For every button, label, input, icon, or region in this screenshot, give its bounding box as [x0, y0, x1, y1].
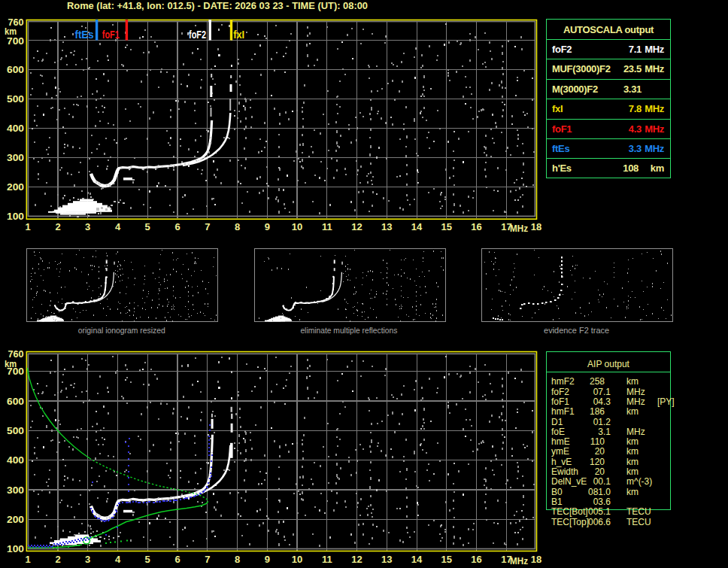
svg-text:9: 9	[265, 221, 270, 232]
svg-text:11: 11	[322, 221, 332, 232]
svg-text:14: 14	[411, 221, 423, 232]
svg-text:4: 4	[115, 221, 121, 232]
svg-text:200: 200	[7, 181, 24, 193]
svg-text:8: 8	[235, 221, 240, 232]
svg-text:4: 4	[115, 554, 121, 565]
svg-text:11: 11	[322, 554, 332, 565]
svg-text:300: 300	[7, 152, 24, 163]
svg-text:8: 8	[235, 554, 240, 565]
svg-text:MHz: MHz	[510, 556, 528, 566]
svg-text:700: 700	[7, 366, 24, 377]
svg-text:10: 10	[292, 221, 302, 232]
svg-text:fxI: fxI	[233, 29, 244, 41]
svg-text:18: 18	[531, 554, 541, 565]
svg-text:ftEs: ftEs	[75, 29, 94, 41]
svg-text:12: 12	[351, 221, 362, 232]
svg-text:400: 400	[7, 454, 24, 466]
svg-text:3: 3	[85, 221, 90, 232]
svg-text:15: 15	[441, 221, 452, 232]
svg-text:evidence F2 trace: evidence F2 trace	[544, 326, 609, 335]
svg-text:13: 13	[381, 221, 392, 232]
svg-text:Rome (lat: +41.8, lon: 012.5): Rome (lat: +41.8, lon: 012.5) - DATE: 20…	[67, 0, 368, 11]
svg-text:500: 500	[7, 93, 24, 105]
svg-text:500: 500	[7, 425, 24, 436]
svg-text:400: 400	[7, 123, 24, 134]
svg-text:7: 7	[205, 554, 210, 565]
svg-text:7: 7	[205, 221, 210, 232]
svg-text:10: 10	[292, 554, 302, 565]
svg-text:2: 2	[55, 221, 60, 232]
svg-text:5: 5	[145, 554, 150, 565]
svg-text:2: 2	[55, 554, 60, 565]
svg-text:9: 9	[265, 554, 270, 565]
svg-text:300: 300	[7, 484, 24, 496]
svg-text:14: 14	[411, 554, 423, 565]
svg-text:3: 3	[85, 554, 90, 565]
svg-text:18: 18	[531, 221, 541, 232]
svg-text:700: 700	[7, 35, 24, 47]
svg-text:MHz: MHz	[510, 223, 528, 234]
svg-text:600: 600	[7, 64, 24, 75]
svg-text:12: 12	[351, 554, 362, 565]
svg-text:foF2: foF2	[189, 29, 206, 41]
svg-text:100: 100	[7, 211, 24, 222]
svg-text:foF1: foF1	[102, 29, 120, 41]
svg-text:16: 16	[471, 221, 481, 232]
svg-text:6: 6	[174, 221, 180, 232]
svg-text:15: 15	[441, 554, 452, 565]
svg-text:600: 600	[7, 396, 24, 407]
svg-text:original ionogram resized: original ionogram resized	[78, 326, 165, 335]
svg-text:6: 6	[174, 554, 180, 565]
svg-text:1: 1	[26, 554, 31, 565]
svg-text:200: 200	[7, 514, 24, 525]
svg-text:5: 5	[145, 221, 150, 232]
svg-text:100: 100	[7, 543, 24, 554]
svg-text:13: 13	[381, 554, 392, 565]
svg-text:eliminate multiple reflections: eliminate multiple reflections	[300, 326, 397, 335]
svg-text:1: 1	[26, 221, 31, 232]
svg-text:16: 16	[471, 554, 481, 565]
